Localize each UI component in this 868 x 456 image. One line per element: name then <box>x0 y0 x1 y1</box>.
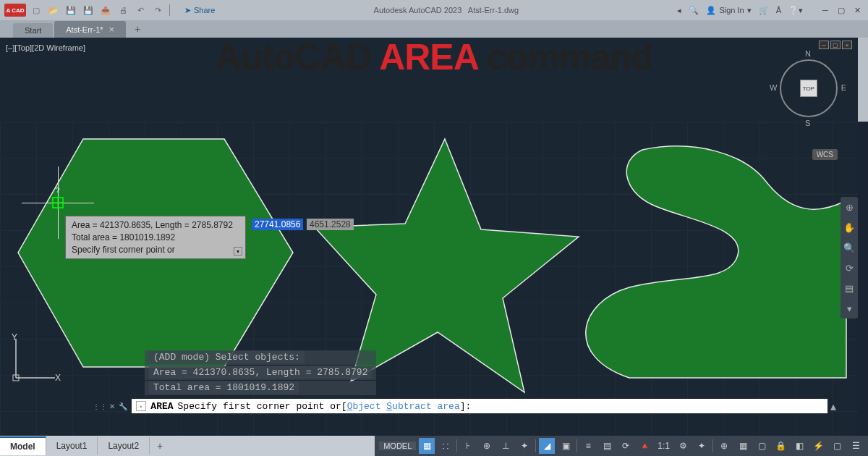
layout-tab-2[interactable]: Layout2 <box>98 437 150 455</box>
status-infer-icon[interactable]: ⊦ <box>460 438 476 454</box>
command-line-wrap: ⋮⋮ ✕ 🔧 ▸ AREA Specify first corner point… <box>93 398 836 414</box>
status-anno-monitor-icon[interactable]: ⊕ <box>716 438 732 454</box>
navigation-bar: ⊕ ✋ 🔍 ⟳ ▤ ▾ <box>841 197 858 318</box>
status-modelspace[interactable]: MODEL <box>379 442 416 450</box>
status-units-icon[interactable]: ▦ <box>735 438 751 454</box>
status-3dosnap-icon[interactable]: ▣ <box>558 438 574 454</box>
layout-tab-1[interactable]: Layout1 <box>46 437 98 455</box>
status-lwt-icon[interactable]: ≡ <box>580 438 596 454</box>
autodesk-icon[interactable]: Å <box>776 6 781 14</box>
status-osnap-icon[interactable]: ◢ <box>539 438 555 454</box>
tooltip-line-total: Total area = 1801019.1892 <box>72 232 239 244</box>
status-quickprops-icon[interactable]: ▢ <box>754 438 770 454</box>
share-label: Share <box>194 6 215 14</box>
viewcube-east[interactable]: E <box>841 83 846 92</box>
dynamic-input-x[interactable]: 27741.0856 <box>252 219 303 230</box>
status-grid-icon[interactable]: ▦ <box>419 438 435 454</box>
wcs-label[interactable]: WCS <box>812 149 838 160</box>
curved-shape[interactable] <box>586 146 846 378</box>
ucs-icon[interactable]: X Y <box>10 333 61 384</box>
signin-label: Sign In <box>719 6 744 14</box>
nav-pan-icon[interactable]: ✋ <box>841 217 858 237</box>
qat-separator <box>169 4 170 16</box>
command-handle[interactable]: ⋮⋮ ✕ 🔧 <box>93 402 127 410</box>
status-cycling-icon[interactable]: ⟳ <box>618 438 634 454</box>
nav-wheel-icon[interactable]: ⊕ <box>841 197 858 217</box>
ucs-y-label: Y <box>12 333 17 342</box>
status-gear-icon[interactable]: ⚙ <box>675 438 691 454</box>
redo-icon[interactable]: ↷ <box>152 4 163 16</box>
save-icon[interactable]: 💾 <box>65 4 77 16</box>
status-bar: MODEL ▦ ⸬ ⊦ ⊕ ⊥ ✦ ◢ ▣ ≡ ▤ ⟳ 🔺 1:1 ⚙ ✦ ⊕ … <box>375 436 868 456</box>
command-name: AREA <box>150 401 173 412</box>
new-icon[interactable]: ▢ <box>30 4 42 16</box>
layout-tab-model[interactable]: Model <box>0 436 46 455</box>
help-icon[interactable]: ❔▾ <box>788 6 803 15</box>
command-tooltip: Area = 421370.8635, Length = 2785.8792 T… <box>65 216 246 259</box>
command-line[interactable]: ▸ AREA Specify first corner point or [ O… <box>132 399 827 413</box>
status-scale-label[interactable]: 1:1 <box>655 438 672 454</box>
status-snap-icon[interactable]: ⸬ <box>438 438 454 454</box>
maximize-icon[interactable]: ▢ <box>835 4 848 16</box>
command-option-object[interactable]: Object <box>347 401 381 412</box>
viewcube-south[interactable]: S <box>805 119 810 127</box>
status-isolate-icon[interactable]: ◧ <box>791 438 807 454</box>
overlay-part2: AREA <box>379 37 477 77</box>
doc-name: Atst-Err-1.dwg <box>468 6 519 14</box>
command-prompt-text: Specify first corner point or <box>178 401 341 412</box>
close-icon[interactable]: ✕ <box>851 4 864 16</box>
minimize-icon[interactable]: ─ <box>819 4 832 16</box>
signin-button[interactable]: 👤 Sign In ▾ <box>706 6 751 15</box>
status-ortho-icon[interactable]: ⊥ <box>498 438 514 454</box>
tab-close-icon[interactable]: × <box>109 24 115 35</box>
chevron-down-icon: ▾ <box>747 6 752 15</box>
tooltip-expand-icon[interactable]: ▾ <box>234 247 242 256</box>
nav-expand-icon[interactable]: ▾ <box>841 298 858 318</box>
status-transparency-icon[interactable]: ▤ <box>599 438 615 454</box>
window-controls: ─ ▢ ✕ <box>819 4 864 16</box>
cursor-badge: ? <box>56 187 60 195</box>
status-ws-icon[interactable]: ✦ <box>694 438 710 454</box>
status-polar-icon[interactable]: ✦ <box>516 438 532 454</box>
chevron-left-icon[interactable]: ◂ <box>677 6 681 15</box>
share-icon: ➤ <box>184 6 191 15</box>
plot-icon[interactable]: 🖨 <box>117 4 129 16</box>
nav-showmotion-icon[interactable]: ▤ <box>841 278 858 298</box>
command-prompt-icon: ▸ <box>136 401 146 411</box>
app-name: Autodesk AutoCAD 2023 <box>374 6 462 14</box>
share-button[interactable]: ➤ Share <box>184 6 215 15</box>
search-icon[interactable]: 🔍 <box>689 6 699 15</box>
tab-start[interactable]: Start <box>13 23 53 38</box>
status-cleanscreen-icon[interactable]: ▢ <box>829 438 845 454</box>
history-line: (ADD mode) Select objects: <box>149 351 305 363</box>
command-option-subtract[interactable]: Subtract area <box>386 401 459 412</box>
saveas-icon[interactable]: 💾 <box>82 4 94 16</box>
web-open-icon[interactable]: 📤 <box>100 4 111 16</box>
tab-active-label: Atst-Err-1* <box>66 25 103 34</box>
drawing-canvas[interactable]: ? Area = 421370.8635, Length = 2785.8792… <box>0 38 858 436</box>
open-icon[interactable]: 📂 <box>48 4 59 16</box>
window-title: Autodesk AutoCAD 2023 Atst-Err-1.dwg <box>215 6 677 14</box>
layout-add-button[interactable]: + <box>150 436 170 455</box>
nav-orbit-icon[interactable]: ⟳ <box>841 258 858 278</box>
tab-active-document[interactable]: Atst-Err-1* × <box>54 21 126 38</box>
command-expand-icon[interactable]: ▴ <box>830 400 836 413</box>
tooltip-line-prompt: Specify first corner point or <box>72 244 239 256</box>
status-hwacc-icon[interactable]: ⚡ <box>810 438 826 454</box>
status-custom-icon[interactable]: ☰ <box>848 438 864 454</box>
status-lockui-icon[interactable]: 🔒 <box>773 438 788 454</box>
overlay-part1: AutoCAD <box>216 37 379 77</box>
viewcube-west[interactable]: W <box>770 83 777 92</box>
app-logo-icon: A CAD <box>4 4 26 17</box>
tooltip-line-area: Area = 421370.8635, Length = 2785.8792 <box>72 219 239 232</box>
overlay-part3: command <box>477 37 652 77</box>
dynamic-input-y[interactable]: 4651.2528 <box>307 219 354 230</box>
status-dyninput-icon[interactable]: ⊕ <box>479 438 495 454</box>
viewcube-face[interactable]: TOP <box>800 80 817 97</box>
undo-icon[interactable]: ↶ <box>135 4 146 16</box>
nav-zoom-icon[interactable]: 🔍 <box>841 237 858 258</box>
cart-icon[interactable]: 🛒 <box>759 6 769 15</box>
history-line: Area = 421370.8635, Length = 2785.8792 <box>149 366 372 379</box>
status-annoscale-icon[interactable]: 🔺 <box>637 438 652 454</box>
add-tab-button[interactable]: + <box>127 20 148 38</box>
